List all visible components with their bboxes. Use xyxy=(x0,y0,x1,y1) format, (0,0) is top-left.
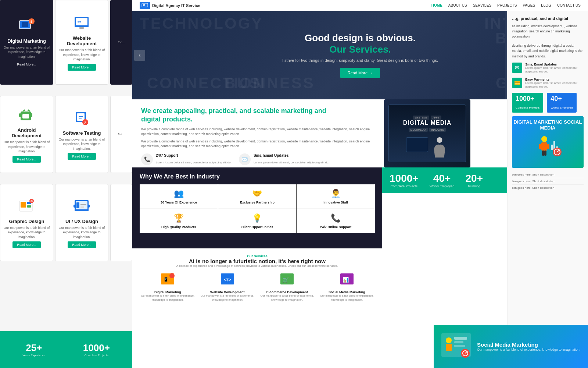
nav-contact[interactable]: CONTACT US xyxy=(557,3,581,7)
nav-home[interactable]: HOME xyxy=(431,3,442,7)
card-digital-marketing[interactable]: $ Digital Marketing Our manpower is a fa… xyxy=(0,0,53,85)
why-label-5: 24/7 Online Support xyxy=(320,225,351,229)
card4-title: Software Testing xyxy=(63,130,101,136)
hero-line1: Good design is obvious. xyxy=(282,32,438,44)
stat-projects-label: Complete Projects xyxy=(83,354,110,357)
dm-tag-4: INNOVATE xyxy=(429,128,446,132)
hero-line2: Our Services. xyxy=(282,44,438,55)
hero-bg-word1: TECHNOLOGY xyxy=(140,15,263,32)
stat-0-label: Complete Projects xyxy=(390,184,419,188)
about-para2: We provide a complete range of web servi… xyxy=(141,139,373,149)
svg-rect-36 xyxy=(88,205,90,208)
right-stat-1: 1000+Complete Projects xyxy=(512,93,543,113)
card1-desc: Our manpower is a fair blend of experien… xyxy=(3,45,50,59)
service-mini-icon-3: 📊 xyxy=(339,272,355,288)
partial-text: E-c... xyxy=(118,40,125,44)
why-icon-2: 👨‍💼 xyxy=(331,189,341,198)
svg-text:</>: </> xyxy=(77,20,82,24)
card-android[interactable]: Android Development Our manpower is a fa… xyxy=(0,96,53,173)
service-mini-1[interactable]: </> Website Development Our manpower is … xyxy=(200,272,256,302)
card6-title: UI / UX Design xyxy=(65,219,98,224)
graphic-design-icon xyxy=(18,197,36,216)
why-item-4[interactable]: 💡 Client Opportunities xyxy=(218,209,297,233)
service-mini-title-1: Website Development xyxy=(200,290,256,294)
stat-2: 20+ Running xyxy=(466,173,483,188)
card1-btn[interactable]: Read More... xyxy=(12,61,40,68)
hero-content: Good design is obvious. Our Services. I … xyxy=(282,32,438,78)
why-item-5[interactable]: 📞 24/7 Online Support xyxy=(297,209,375,233)
nav-pages[interactable]: PAGES xyxy=(523,3,535,7)
svg-rect-53 xyxy=(547,144,549,149)
nav-about[interactable]: ABOUT US xyxy=(448,3,467,7)
nav-projects[interactable]: PROJECTS xyxy=(497,3,517,7)
card4-btn[interactable]: Read More... xyxy=(68,153,96,160)
svg-point-40 xyxy=(437,137,442,143)
card-uiux[interactable]: UI / UX Design Our manpower is a fair bl… xyxy=(55,184,108,261)
svg-rect-51 xyxy=(541,142,547,151)
card5-btn[interactable]: Read More... xyxy=(12,241,40,248)
why-heading: Why We Are Best In Industry xyxy=(140,173,375,180)
right-list-3: tion goes here, Short description xyxy=(512,185,584,191)
stat-0: 1000+ Complete Projects xyxy=(390,173,419,188)
card5-title: Graphic Design xyxy=(9,219,44,224)
why-icon-0: 👥 xyxy=(174,189,184,198)
uiux-icon xyxy=(73,197,91,216)
why-icon-1: 🤝 xyxy=(252,189,262,198)
right-list-2: tion goes here, Short description xyxy=(512,178,584,185)
stat-0-number: 1000+ xyxy=(390,173,419,184)
why-item-2[interactable]: 👨‍💼 Innovative Staff xyxy=(297,184,375,209)
social-media-text: Social Media Marketing Our manpower is a… xyxy=(477,342,580,351)
right-stat-2: 40+Works Employed xyxy=(547,93,576,113)
svg-point-63 xyxy=(446,337,452,343)
logo-icon: </> xyxy=(140,2,150,9)
why-item-1[interactable]: 🤝 Exclusive Partnership xyxy=(218,184,297,209)
card3-btn[interactable]: Read More... xyxy=(12,156,40,163)
bottom-stats: 25+ Years Experience 1000+ Complete Proj… xyxy=(0,331,132,368)
service-mini-2[interactable]: 🛒 E-commerce Development Our manpower is… xyxy=(259,272,315,302)
social-media-card: Social Media Marketing Our manpower is a… xyxy=(434,325,588,368)
why-item-3[interactable]: 🏆 High Quality Products xyxy=(140,209,218,233)
dm-laptop xyxy=(406,135,449,154)
service-mini-desc-3: Our manpower is a fair blend of experien… xyxy=(319,294,375,302)
card6-btn[interactable]: Read More... xyxy=(68,241,96,248)
svg-rect-52 xyxy=(539,144,541,149)
service-mini-title-0: Digital Marketing xyxy=(140,290,196,294)
stat-1-number: 40+ xyxy=(430,173,455,184)
hero-prev-btn[interactable]: ‹ xyxy=(134,50,145,61)
right-stat-2-label: Works Employed xyxy=(551,106,573,109)
card2-btn[interactable]: Read More... xyxy=(68,64,96,71)
nav-services[interactable]: SERVICES xyxy=(473,3,491,7)
right-promo-label: DIGITAL MARKETING SOCIAL MEDIA xyxy=(512,119,584,164)
svg-rect-1 xyxy=(22,22,28,27)
dm-tag-1: SYSTEMS xyxy=(413,116,429,120)
why-label-2: Innovative Staff xyxy=(323,201,348,204)
feature-sms: ✉️ Sms, Email Updates Lorem ipsum dolor … xyxy=(239,153,329,165)
about-para1: We provide a complete range of web servi… xyxy=(141,127,373,137)
right-payments-desc: Lorem ipsum dolor sit amet, consectetur … xyxy=(525,81,584,89)
promo-illustration xyxy=(512,134,584,164)
about-heading-plain: We create appealing, practical, and scal… xyxy=(141,107,326,114)
right-list: tion goes here, Short description tion g… xyxy=(512,171,584,191)
service-mini-0[interactable]: 📱 Digital Marketing Our manpower is a fa… xyxy=(140,272,196,302)
card5-desc: Our manpower is a fair blend of experien… xyxy=(3,226,50,240)
svg-rect-67 xyxy=(454,345,465,347)
dm-tag-3: MULTIMEDIA xyxy=(409,128,428,132)
service-mini-title-3: Social Media Marketing xyxy=(319,290,375,294)
svg-text:📊: 📊 xyxy=(343,277,349,283)
services-sub: Our Services xyxy=(140,254,375,258)
svg-rect-33 xyxy=(80,204,86,205)
card-website-dev[interactable]: </> Website Development Our manpower is … xyxy=(55,0,108,85)
dm-person-icon xyxy=(430,135,449,154)
service-mini-3[interactable]: 📊 Social Media Marketing Our manpower is… xyxy=(319,272,375,302)
why-label-0: 30 Years Of Experience xyxy=(161,201,197,204)
why-item-0[interactable]: 👥 30 Years Of Experience xyxy=(140,184,218,209)
android-icon xyxy=(18,106,36,124)
why-label-3: High Quality Products xyxy=(161,225,196,229)
hero-cta-btn[interactable]: Read More → xyxy=(340,68,380,78)
nav-blog[interactable]: BLOG xyxy=(541,3,551,7)
card-software-testing[interactable]: ✗ Software Testing Our manpower is a fai… xyxy=(55,96,108,173)
svg-text:🛒: 🛒 xyxy=(283,277,289,283)
card-graphic-design[interactable]: Graphic Design Our manpower is a fair bl… xyxy=(0,184,53,261)
why-label-1: Exclusive Partnership xyxy=(240,201,275,204)
right-panel-intro: …g, practical, and and digital es includ… xyxy=(512,15,584,59)
